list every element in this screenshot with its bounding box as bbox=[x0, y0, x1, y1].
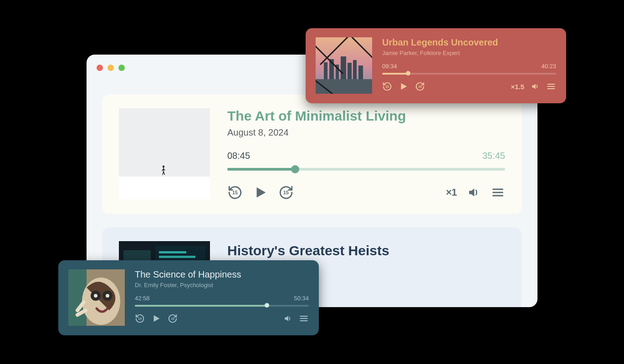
svg-rect-19 bbox=[324, 62, 327, 81]
svg-text:15: 15 bbox=[138, 317, 142, 320]
svg-point-42 bbox=[106, 294, 109, 298]
volume-button[interactable] bbox=[531, 82, 540, 91]
minimize-window-button[interactable] bbox=[107, 65, 114, 71]
forward-15-button[interactable]: 15 bbox=[415, 81, 425, 91]
progress-slider[interactable] bbox=[227, 167, 505, 171]
maximize-window-button[interactable] bbox=[118, 65, 125, 71]
episode-title: The Science of Happiness bbox=[135, 269, 309, 280]
svg-rect-24 bbox=[353, 60, 357, 81]
progress-slider[interactable] bbox=[135, 304, 309, 307]
close-window-button[interactable] bbox=[97, 65, 103, 71]
svg-rect-25 bbox=[358, 66, 363, 81]
play-button[interactable] bbox=[253, 185, 268, 200]
svg-text:15: 15 bbox=[418, 85, 422, 88]
elapsed-time: 09:34 bbox=[382, 63, 397, 70]
volume-button[interactable] bbox=[283, 314, 292, 323]
episode-card: The Art of Minimalist Living August 8, 2… bbox=[102, 95, 522, 214]
play-button[interactable] bbox=[399, 81, 409, 91]
elapsed-time: 42:58 bbox=[135, 295, 150, 302]
play-button[interactable] bbox=[151, 313, 161, 324]
rewind-15-button[interactable]: 15 bbox=[382, 81, 392, 91]
playback-speed-button[interactable]: ×1.5 bbox=[511, 83, 524, 91]
progress-slider[interactable] bbox=[382, 72, 556, 75]
total-time: 50:34 bbox=[294, 295, 309, 302]
svg-text:15: 15 bbox=[283, 190, 289, 195]
episode-subtitle: Jamie Parker, Folklore Expert bbox=[382, 50, 556, 56]
episode-title: The Art of Minimalist Living bbox=[227, 108, 505, 124]
rewind-15-button[interactable]: 15 bbox=[227, 185, 243, 200]
total-time: 40:23 bbox=[541, 63, 556, 70]
episode-title: Urban Legends Uncovered bbox=[382, 37, 556, 48]
episode-artwork bbox=[68, 269, 125, 326]
svg-text:15: 15 bbox=[232, 190, 238, 195]
svg-rect-23 bbox=[348, 63, 352, 81]
episode-subtitle: Dr. Emily Foster, Psychologist bbox=[135, 282, 309, 288]
menu-button[interactable] bbox=[299, 314, 309, 323]
svg-rect-22 bbox=[341, 56, 346, 81]
elapsed-time: 08:45 bbox=[227, 151, 250, 161]
menu-button[interactable] bbox=[491, 186, 505, 199]
rewind-15-button[interactable]: 15 bbox=[135, 313, 145, 324]
mini-player-red: Urban Legends Uncovered Jamie Parker, Fo… bbox=[306, 28, 566, 103]
playback-speed-button[interactable]: ×1 bbox=[446, 187, 457, 198]
volume-button[interactable] bbox=[467, 186, 481, 199]
svg-rect-13 bbox=[159, 256, 195, 258]
svg-point-41 bbox=[94, 294, 97, 298]
svg-text:15: 15 bbox=[171, 317, 174, 320]
forward-15-button[interactable]: 15 bbox=[278, 185, 294, 200]
episode-date: August 8, 2024 bbox=[227, 127, 505, 138]
total-time: 35:45 bbox=[482, 151, 505, 161]
episode-artwork bbox=[119, 108, 210, 199]
svg-rect-26 bbox=[316, 79, 372, 94]
forward-15-button[interactable]: 15 bbox=[168, 313, 178, 324]
svg-rect-12 bbox=[159, 251, 186, 253]
mini-player-teal: The Science of Happiness Dr. Emily Foste… bbox=[58, 260, 319, 335]
svg-rect-1 bbox=[119, 177, 210, 199]
menu-button[interactable] bbox=[546, 82, 556, 91]
window-controls bbox=[97, 65, 125, 71]
episode-artwork bbox=[316, 37, 372, 94]
episode-title: History's Greatest Heists bbox=[227, 243, 505, 258]
svg-text:15: 15 bbox=[385, 85, 389, 88]
